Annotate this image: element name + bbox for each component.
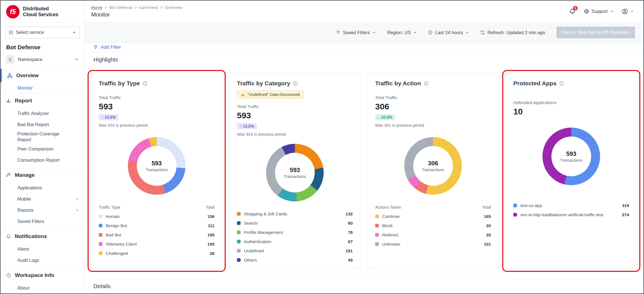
support-label: Support xyxy=(591,9,608,14)
legend-value: 191 xyxy=(345,248,353,253)
previous-period: Was 341 in previous period xyxy=(375,123,491,128)
notifications-button[interactable]: 1 xyxy=(569,8,575,15)
legend-row: Profile Management 78 xyxy=(237,228,353,237)
legend-row: Shopping & Gift Cards 132 xyxy=(237,209,353,218)
legend-swatch xyxy=(237,240,241,243)
card-traffic-by-type: Traffic by Type Total Traffic 593 ↑ 13.2… xyxy=(91,73,223,269)
chevron-right-icon xyxy=(76,197,79,201)
sidebar-item-traffic-analyzer[interactable]: Traffic Analyzer xyxy=(1,108,84,119)
chevron-down-icon xyxy=(75,57,79,61)
breadcrumb-home[interactable]: Home xyxy=(91,5,102,10)
sidebar-item-monitor[interactable]: Monitor xyxy=(1,82,84,93)
saved-filters-dropdown[interactable]: Saved Filters xyxy=(336,30,376,35)
legend-label: Unknown xyxy=(382,242,400,247)
donut-center-value: 593 xyxy=(152,160,162,167)
legend-value: 20 xyxy=(486,232,491,237)
account-menu[interactable] xyxy=(622,8,634,15)
legend-column-label: Traffic Type xyxy=(99,205,120,210)
donut-center: 593 Transactions xyxy=(551,137,591,176)
donut-chart-traffic-by-action[interactable]: 306 Transactions xyxy=(404,137,462,195)
info-icon[interactable] xyxy=(424,81,429,86)
legend-label: Others xyxy=(244,258,257,263)
funnel-icon xyxy=(93,45,98,50)
card-title: Traffic by Type xyxy=(99,80,140,87)
info-icon[interactable] xyxy=(143,81,147,86)
time-range-dropdown[interactable]: Last 24 hours xyxy=(428,30,469,35)
legend-row: ves-io-http-loadbalancer-artificial-traf… xyxy=(513,210,629,219)
support-icon xyxy=(584,9,589,14)
donut-chart-traffic-by-type[interactable]: 593 Transactions xyxy=(128,137,185,195)
header-right: 1 Support xyxy=(569,8,634,15)
metric-label: Total Traffic xyxy=(99,95,215,100)
refresh-label: Refresh: Updated 2 min ago xyxy=(487,30,545,35)
legend-swatch xyxy=(375,215,379,218)
legend-value: 101 xyxy=(484,242,491,247)
sidebar-item-overview[interactable]: Overview xyxy=(1,69,84,82)
legend-row: Continue 165 xyxy=(375,212,491,221)
sidebar-item-bad-bot-report[interactable]: Bad Bot Report xyxy=(1,119,84,130)
legend: Actions Taken Total Continue 165 Block 2… xyxy=(375,205,491,249)
legend-value: 165 xyxy=(484,214,491,219)
info-icon[interactable] xyxy=(293,81,298,86)
user-icon xyxy=(622,8,628,15)
main-content: Home > Bot Defense > carrie-test > Overv… xyxy=(84,1,643,293)
sidebar-item-reports[interactable]: Reports xyxy=(1,204,84,216)
legend-row: Undefined 191 xyxy=(237,246,353,255)
filter-lines-icon xyxy=(336,30,340,35)
legend-label: Continue xyxy=(382,214,399,219)
sidebar-item-label: Reports xyxy=(17,207,34,213)
info-icon[interactable] xyxy=(559,81,564,86)
refresh-icon xyxy=(480,30,485,35)
refresh-button[interactable]: Refresh: Updated 2 min ago xyxy=(480,30,545,35)
service-selector[interactable]: Select service xyxy=(5,27,80,38)
chevron-down-icon xyxy=(72,30,76,34)
details-section-title: Details xyxy=(84,279,643,293)
sidebar-item-audit-logs[interactable]: Audit Logs xyxy=(1,255,84,266)
legend-value: 20 xyxy=(486,223,491,228)
breadcrumb-separator: > xyxy=(160,5,163,10)
highlights-cards: Traffic by Type Total Traffic 593 ↑ 13.2… xyxy=(84,67,643,278)
breadcrumb-namespace[interactable]: carrie-test xyxy=(139,5,158,10)
divider xyxy=(1,22,84,23)
legend-swatch xyxy=(237,249,241,253)
sidebar-item-alerts[interactable]: Alerts xyxy=(1,243,84,255)
donut-chart-traffic-by-category[interactable]: 593 Transactions xyxy=(266,144,324,201)
breadcrumb-bot-defense[interactable]: Bot Defense xyxy=(109,5,133,10)
sidebar-item-peer-comparison[interactable]: Peer Comparison xyxy=(1,144,84,155)
notification-badge: 1 xyxy=(573,6,578,11)
donut-center: 306 Transactions xyxy=(413,146,453,186)
wrench-icon xyxy=(6,173,11,178)
sidebar-item-about[interactable]: About xyxy=(1,282,84,293)
legend-swatch xyxy=(237,258,241,262)
sidebar-item-saved-filters[interactable]: Saved Filters xyxy=(1,216,84,227)
undefined-data-warning: "Undefined" Data Discovered xyxy=(237,91,304,98)
donut-center-value: 593 xyxy=(566,150,577,157)
sidebar-item-label: Overview xyxy=(16,73,39,79)
chevron-down-icon xyxy=(610,10,614,13)
region-dropdown[interactable]: Region: US xyxy=(387,30,417,35)
donut-chart-protected-apps[interactable]: 593 Transactions xyxy=(542,128,600,185)
legend-column-value: Total xyxy=(482,205,491,210)
brand-line1: Distributed xyxy=(23,6,58,12)
group-label: Notifications xyxy=(15,233,47,239)
add-filter-button[interactable]: Add Filter xyxy=(84,43,643,52)
legend-label: Search xyxy=(244,221,258,226)
legend-swatch xyxy=(237,221,241,225)
namespace-selector[interactable]: C Namespace xyxy=(5,54,80,65)
support-menu[interactable]: Support xyxy=(584,9,614,14)
view-in-waap-button[interactable]: View in Web App & API Protection xyxy=(556,27,635,38)
brand-text: Distributed Cloud Services xyxy=(23,6,58,18)
legend-row: Benign Bot 111 xyxy=(99,221,215,230)
sidebar-item-protection-coverage-report[interactable]: Protection Coverage Report xyxy=(1,130,68,144)
sidebar-item-mobile[interactable]: Mobile xyxy=(1,193,84,204)
sidebar-item-applications[interactable]: Applications xyxy=(1,182,84,193)
sidebar-item-consumption-report[interactable]: Consumption Report xyxy=(1,155,84,166)
legend: Traffic Type Total Human 156 Benign Bot … xyxy=(99,205,215,258)
donut-center: 593 Transactions xyxy=(137,146,177,186)
legend-row: Unknown 101 xyxy=(375,239,491,249)
f5-logo: f5 xyxy=(6,5,20,18)
legend-label: Bad Bot xyxy=(106,232,121,237)
legend-value: 67 xyxy=(348,239,353,244)
legend-value: 111 xyxy=(208,223,215,228)
legend-swatch xyxy=(513,213,517,217)
